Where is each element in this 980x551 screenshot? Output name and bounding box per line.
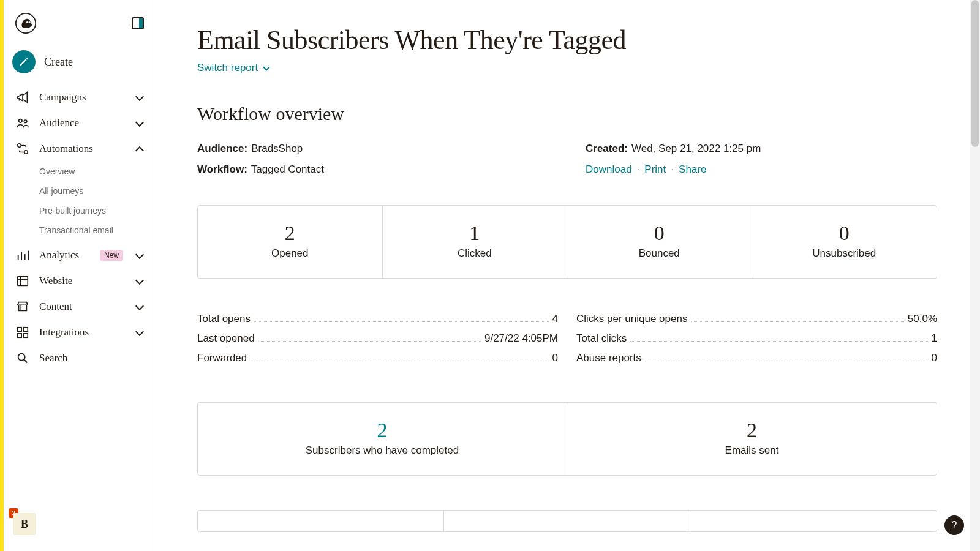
- subnav-all-journeys[interactable]: All journeys: [39, 181, 148, 201]
- svg-point-5: [18, 144, 21, 148]
- emails-sent-card[interactable]: 2 Emails sent: [567, 403, 937, 475]
- stat-number: 0: [758, 222, 931, 245]
- detail-label: Forwarded: [197, 352, 247, 364]
- sidebar-item-campaigns[interactable]: Campaigns: [12, 84, 148, 110]
- create-button[interactable]: Create: [12, 47, 148, 84]
- scrollbar-track[interactable]: [970, 0, 980, 551]
- detail-label: Clicks per unique opens: [576, 313, 687, 325]
- workflow-label: Workflow:: [197, 163, 247, 176]
- svg-rect-11: [24, 334, 28, 337]
- chevron-down-icon: [135, 119, 144, 127]
- stat-bounced[interactable]: 0 Bounced: [567, 206, 752, 278]
- stat-label: Bounced: [573, 247, 745, 260]
- nav-label: Content: [39, 301, 126, 313]
- nav-label: Audience: [39, 117, 126, 129]
- main-content: Email Subscribers When They're Tagged Sw…: [154, 0, 980, 551]
- created-value: Wed, Sep 21, 2022 1:25 pm: [631, 143, 761, 155]
- scrollbar-thumb[interactable]: [971, 0, 979, 147]
- collapse-sidebar-icon[interactable]: [132, 17, 144, 29]
- nav-label: Campaigns: [39, 91, 126, 103]
- search-icon: [16, 351, 29, 365]
- detail-label: Last opened: [197, 332, 255, 345]
- sidebar-item-integrations[interactable]: Integrations: [12, 320, 148, 345]
- stat-label: Unsubscribed: [758, 247, 931, 260]
- audience-icon: [16, 116, 29, 130]
- download-link[interactable]: Download: [586, 163, 632, 176]
- created-label: Created:: [586, 143, 628, 155]
- detail-value: 50.0%: [908, 313, 937, 325]
- sidebar-item-analytics[interactable]: Analytics New: [12, 242, 148, 268]
- chevron-up-icon: [135, 144, 144, 153]
- subscribers-completed-card[interactable]: 2 Subscribers who have completed: [198, 403, 567, 475]
- profile-avatar[interactable]: B: [13, 513, 36, 535]
- chevron-down-icon: [135, 328, 144, 337]
- stat-unsubscribed[interactable]: 0 Unsubscribed: [752, 206, 937, 278]
- detail-value: 0: [932, 352, 937, 364]
- chevron-down-icon: [135, 277, 144, 285]
- detail-row: Abuse reports0: [576, 348, 937, 368]
- brand-logo[interactable]: [13, 11, 38, 36]
- big-number: 2: [573, 419, 930, 442]
- detail-row: Last opened9/27/22 4:05PM: [197, 329, 558, 348]
- stat-number: 0: [573, 222, 745, 245]
- megaphone-icon: [16, 91, 29, 104]
- subnav-transactional-email[interactable]: Transactional email: [39, 220, 148, 240]
- detail-label: Abuse reports: [576, 352, 641, 364]
- truncated-card: [198, 511, 444, 531]
- chevron-down-icon: [264, 65, 270, 71]
- sidebar-item-website[interactable]: Website: [12, 268, 148, 294]
- chevron-down-icon: [135, 302, 144, 311]
- separator: ·: [637, 163, 640, 176]
- detail-label: Total opens: [197, 313, 251, 325]
- stat-cards: 2 Opened 1 Clicked 0 Bounced 0 Unsubscri…: [197, 205, 937, 279]
- stat-label: Opened: [204, 247, 376, 260]
- subnav-overview[interactable]: Overview: [39, 162, 148, 181]
- nav-label: Search: [39, 352, 144, 364]
- nav-label: Analytics: [39, 249, 90, 261]
- detail-value: 4: [552, 313, 558, 325]
- website-icon: [16, 274, 29, 288]
- big-label: Subscribers who have completed: [204, 444, 560, 457]
- print-link[interactable]: Print: [644, 163, 666, 176]
- share-link[interactable]: Share: [679, 163, 706, 176]
- sidebar-item-search[interactable]: Search: [12, 345, 148, 371]
- audience-value: BradsShop: [251, 143, 303, 155]
- svg-point-1: [26, 21, 28, 23]
- audience-label: Audience:: [197, 143, 247, 155]
- report-actions: Download · Print · Share: [586, 163, 937, 176]
- mailchimp-logo-icon: [15, 13, 36, 34]
- svg-point-3: [19, 119, 22, 123]
- stat-opened[interactable]: 2 Opened: [198, 206, 383, 278]
- subnav-prebuilt-journeys[interactable]: Pre-built journeys: [39, 201, 148, 220]
- help-button[interactable]: ?: [944, 515, 964, 535]
- detail-row: Total opens4: [197, 309, 558, 329]
- nav-label: Automations: [39, 143, 126, 155]
- create-label: Create: [44, 56, 73, 69]
- switch-report-label: Switch report: [197, 62, 258, 74]
- grid-icon: [16, 326, 29, 339]
- svg-rect-9: [24, 328, 28, 331]
- new-badge: New: [100, 250, 123, 261]
- automations-icon: [16, 142, 29, 156]
- sidebar-item-automations[interactable]: Automations: [12, 136, 148, 162]
- detail-row: Clicks per unique opens50.0%: [576, 309, 937, 329]
- content-icon: [16, 300, 29, 313]
- sidebar: Create Campaigns Audience Automations: [4, 0, 154, 551]
- big-label: Emails sent: [573, 444, 930, 457]
- truncated-card: [444, 511, 690, 531]
- nav-label: Website: [39, 275, 126, 287]
- stat-number: 1: [389, 222, 561, 245]
- nav-label: Integrations: [39, 326, 126, 339]
- stat-clicked[interactable]: 1 Clicked: [383, 206, 568, 278]
- sidebar-item-audience[interactable]: Audience: [12, 110, 148, 136]
- detail-row: Total clicks1: [576, 329, 937, 348]
- overview-meta: Audience: BradsShop Created: Wed, Sep 21…: [197, 143, 937, 176]
- big-number: 2: [204, 419, 560, 442]
- svg-point-6: [24, 151, 28, 154]
- svg-rect-8: [18, 328, 21, 331]
- switch-report-link[interactable]: Switch report: [197, 62, 270, 74]
- sidebar-item-content[interactable]: Content: [12, 294, 148, 320]
- workflow-value: Tagged Contact: [251, 163, 324, 176]
- detail-value: 1: [932, 332, 937, 345]
- svg-point-4: [24, 120, 27, 123]
